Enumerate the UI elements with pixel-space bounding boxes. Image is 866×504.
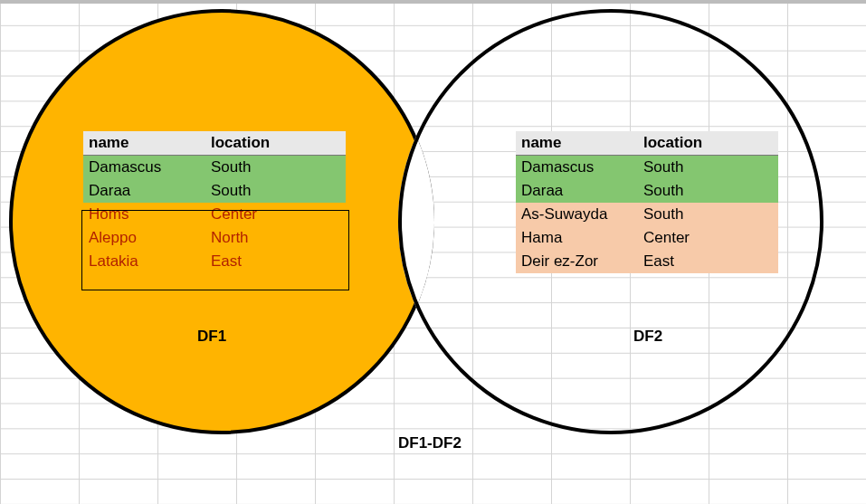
cell-name: Damascus <box>83 156 205 180</box>
cell-name: Hama <box>516 226 638 250</box>
table-row: As-Suwayda South <box>516 203 778 226</box>
col-header-location: location <box>638 131 778 156</box>
table-row: Deir ez-Zor East <box>516 250 778 273</box>
col-header-name: name <box>83 131 205 156</box>
cell-name: Aleppo <box>83 226 205 250</box>
col-header-location: location <box>205 131 346 156</box>
label-df1: DF1 <box>197 328 226 346</box>
cell-location: North <box>205 226 346 250</box>
cell-location: South <box>205 179 346 203</box>
cell-location: East <box>205 250 346 273</box>
table-df2: name location Damascus South Daraa South… <box>516 131 778 273</box>
cell-name: Daraa <box>83 179 205 203</box>
label-df2: DF2 <box>633 328 662 346</box>
table-df1-header: name location <box>83 131 346 156</box>
cell-location: Center <box>638 226 778 250</box>
table-row: Daraa South <box>83 179 346 203</box>
table-row: Homs Center <box>83 203 346 226</box>
label-diff: DF1-DF2 <box>398 434 462 452</box>
cell-name: Deir ez-Zor <box>516 250 638 273</box>
table-row: Daraa South <box>516 179 778 203</box>
diagram-stage: name location Damascus South Daraa South… <box>0 0 866 504</box>
table-df2-header: name location <box>516 131 778 156</box>
cell-name: Latakia <box>83 250 205 273</box>
col-header-name: name <box>516 131 638 156</box>
table-row: Aleppo North <box>83 226 346 250</box>
cell-location: South <box>638 156 778 180</box>
cell-name: Daraa <box>516 179 638 203</box>
table-df1: name location Damascus South Daraa South… <box>83 131 346 273</box>
table-row: Hama Center <box>516 226 778 250</box>
table-row: Latakia East <box>83 250 346 273</box>
cell-name: Homs <box>83 203 205 226</box>
cell-location: Center <box>205 203 346 226</box>
table-row: Damascus South <box>516 156 778 180</box>
cell-location: South <box>638 179 778 203</box>
cell-location: South <box>205 156 346 180</box>
cell-name: Damascus <box>516 156 638 180</box>
table-row: Damascus South <box>83 156 346 180</box>
cell-location: East <box>638 250 778 273</box>
cell-location: South <box>638 203 778 226</box>
cell-name: As-Suwayda <box>516 203 638 226</box>
